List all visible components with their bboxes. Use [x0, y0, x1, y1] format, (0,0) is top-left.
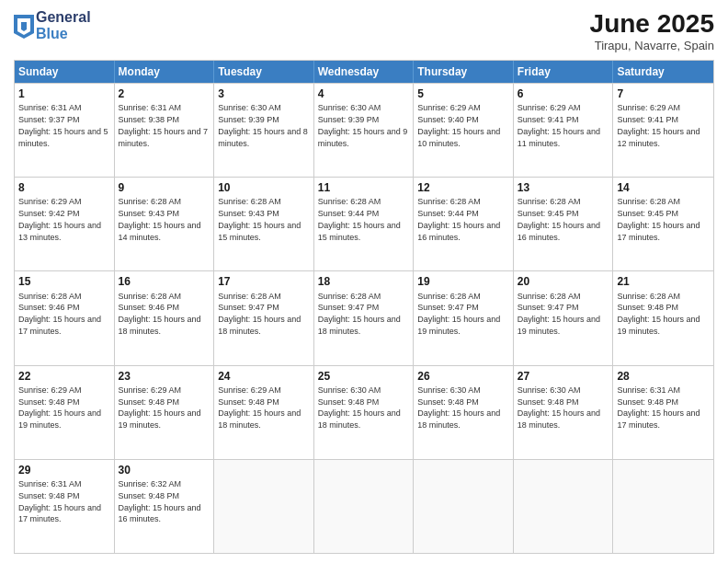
cell-info: Sunrise: 6:29 AMSunset: 9:41 PMDaylight:… [617, 103, 700, 147]
calendar-row-3: 15Sunrise: 6:28 AMSunset: 9:46 PMDayligh… [15, 270, 713, 364]
table-row: 26Sunrise: 6:30 AMSunset: 9:48 PMDayligh… [414, 366, 514, 459]
cell-info: Sunrise: 6:29 AMSunset: 9:40 PMDaylight:… [417, 103, 500, 147]
table-row [414, 460, 514, 553]
cell-info: Sunrise: 6:30 AMSunset: 9:48 PMDaylight:… [318, 385, 401, 430]
logo: General Blue [14, 9, 91, 41]
table-row: 13Sunrise: 6:28 AMSunset: 9:45 PMDayligh… [514, 178, 614, 270]
day-number: 10 [218, 180, 310, 195]
table-row: 15Sunrise: 6:28 AMSunset: 9:46 PMDayligh… [15, 271, 115, 364]
day-number: 12 [417, 180, 509, 195]
day-number: 6 [518, 86, 609, 101]
cell-info: Sunrise: 6:32 AMSunset: 9:48 PMDaylight:… [119, 479, 201, 523]
svg-marker-2 [21, 22, 27, 31]
day-number: 21 [617, 274, 710, 289]
cell-info: Sunrise: 6:28 AMSunset: 9:45 PMDaylight:… [617, 197, 700, 241]
calendar-row-4: 22Sunrise: 6:29 AMSunset: 9:48 PMDayligh… [15, 365, 713, 459]
cell-info: Sunrise: 6:28 AMSunset: 9:47 PMDaylight:… [218, 292, 301, 336]
table-row: 24Sunrise: 6:29 AMSunset: 9:48 PMDayligh… [214, 366, 314, 459]
header: General Blue June 2025 Tirapu, Navarre, … [14, 9, 714, 52]
logo-icon [14, 15, 32, 37]
location: Tirapu, Navarre, Spain [590, 39, 714, 52]
logo-text: General Blue [36, 9, 91, 41]
day-number: 27 [518, 369, 609, 384]
day-number: 9 [119, 180, 210, 195]
table-row: 25Sunrise: 6:30 AMSunset: 9:48 PMDayligh… [314, 366, 415, 459]
calendar-body: 1Sunrise: 6:31 AMSunset: 9:37 PMDaylight… [15, 83, 713, 553]
cell-info: Sunrise: 6:30 AMSunset: 9:48 PMDaylight:… [518, 385, 600, 430]
day-number: 8 [18, 180, 110, 195]
day-number: 30 [119, 463, 210, 477]
table-row: 1Sunrise: 6:31 AMSunset: 9:37 PMDaylight… [15, 84, 115, 177]
table-row: 18Sunrise: 6:28 AMSunset: 9:47 PMDayligh… [314, 271, 415, 364]
table-row: 30Sunrise: 6:32 AMSunset: 9:48 PMDayligh… [115, 460, 215, 553]
cell-info: Sunrise: 6:29 AMSunset: 9:48 PMDaylight:… [18, 385, 101, 430]
table-row: 29Sunrise: 6:31 AMSunset: 9:48 PMDayligh… [15, 460, 115, 553]
day-number: 5 [417, 86, 509, 101]
day-number: 29 [18, 463, 110, 477]
table-row: 9Sunrise: 6:28 AMSunset: 9:43 PMDaylight… [115, 178, 215, 270]
day-number: 13 [518, 180, 609, 195]
logo-blue-text: Blue [36, 26, 91, 42]
cell-info: Sunrise: 6:31 AMSunset: 9:48 PMDaylight:… [18, 479, 101, 523]
day-number: 4 [318, 86, 410, 101]
table-row: 22Sunrise: 6:29 AMSunset: 9:48 PMDayligh… [15, 366, 115, 459]
table-row: 28Sunrise: 6:31 AMSunset: 9:48 PMDayligh… [613, 366, 713, 459]
cell-info: Sunrise: 6:28 AMSunset: 9:44 PMDaylight:… [417, 197, 500, 241]
cell-info: Sunrise: 6:31 AMSunset: 9:38 PMDaylight:… [119, 103, 209, 147]
cell-info: Sunrise: 6:28 AMSunset: 9:47 PMDaylight:… [518, 292, 600, 336]
table-row: 17Sunrise: 6:28 AMSunset: 9:47 PMDayligh… [214, 271, 314, 364]
table-row [613, 460, 713, 553]
table-row: 6Sunrise: 6:29 AMSunset: 9:41 PMDaylight… [514, 84, 614, 177]
cell-info: Sunrise: 6:28 AMSunset: 9:46 PMDaylight:… [119, 292, 201, 336]
weekday-wednesday: Wednesday [314, 61, 415, 83]
calendar-header: Sunday Monday Tuesday Wednesday Thursday… [15, 61, 713, 83]
day-number: 17 [218, 274, 310, 289]
cell-info: Sunrise: 6:28 AMSunset: 9:48 PMDaylight:… [617, 292, 700, 336]
day-number: 15 [18, 274, 110, 289]
table-row: 5Sunrise: 6:29 AMSunset: 9:40 PMDaylight… [414, 84, 514, 177]
day-number: 28 [617, 369, 710, 384]
day-number: 22 [18, 369, 110, 384]
weekday-saturday: Saturday [613, 61, 713, 83]
table-row: 27Sunrise: 6:30 AMSunset: 9:48 PMDayligh… [514, 366, 614, 459]
weekday-thursday: Thursday [414, 61, 514, 83]
day-number: 11 [318, 180, 410, 195]
table-row: 23Sunrise: 6:29 AMSunset: 9:48 PMDayligh… [115, 366, 215, 459]
cell-info: Sunrise: 6:29 AMSunset: 9:48 PMDaylight:… [218, 385, 301, 430]
cell-info: Sunrise: 6:31 AMSunset: 9:37 PMDaylight:… [18, 103, 108, 147]
weekday-friday: Friday [514, 61, 614, 83]
day-number: 1 [18, 86, 110, 101]
day-number: 3 [218, 86, 310, 101]
cell-info: Sunrise: 6:29 AMSunset: 9:42 PMDaylight:… [18, 197, 101, 241]
weekday-monday: Monday [115, 61, 215, 83]
month-title: June 2025 [590, 9, 714, 39]
cell-info: Sunrise: 6:29 AMSunset: 9:48 PMDaylight:… [119, 385, 201, 430]
day-number: 14 [617, 180, 710, 195]
cell-info: Sunrise: 6:28 AMSunset: 9:47 PMDaylight:… [417, 292, 500, 336]
table-row: 7Sunrise: 6:29 AMSunset: 9:41 PMDaylight… [613, 84, 713, 177]
cell-info: Sunrise: 6:28 AMSunset: 9:47 PMDaylight:… [318, 292, 401, 336]
calendar-row-2: 8Sunrise: 6:29 AMSunset: 9:42 PMDaylight… [15, 177, 713, 270]
day-number: 2 [119, 86, 210, 101]
cell-info: Sunrise: 6:28 AMSunset: 9:43 PMDaylight:… [119, 197, 201, 241]
day-number: 20 [518, 274, 609, 289]
table-row: 19Sunrise: 6:28 AMSunset: 9:47 PMDayligh… [414, 271, 514, 364]
weekday-tuesday: Tuesday [214, 61, 314, 83]
table-row: 16Sunrise: 6:28 AMSunset: 9:46 PMDayligh… [115, 271, 215, 364]
cell-info: Sunrise: 6:28 AMSunset: 9:46 PMDaylight:… [18, 292, 101, 336]
day-number: 7 [617, 86, 710, 101]
table-row [514, 460, 614, 553]
table-row: 2Sunrise: 6:31 AMSunset: 9:38 PMDaylight… [115, 84, 215, 177]
day-number: 25 [318, 369, 410, 384]
cell-info: Sunrise: 6:30 AMSunset: 9:48 PMDaylight:… [417, 385, 500, 430]
cell-info: Sunrise: 6:28 AMSunset: 9:43 PMDaylight:… [218, 197, 301, 241]
cell-info: Sunrise: 6:29 AMSunset: 9:41 PMDaylight:… [518, 103, 600, 147]
calendar-row-5: 29Sunrise: 6:31 AMSunset: 9:48 PMDayligh… [15, 459, 713, 553]
day-number: 24 [218, 369, 310, 384]
table-row [214, 460, 314, 553]
day-number: 18 [318, 274, 410, 289]
table-row: 12Sunrise: 6:28 AMSunset: 9:44 PMDayligh… [414, 178, 514, 270]
logo-general-text: General [36, 9, 91, 26]
table-row: 21Sunrise: 6:28 AMSunset: 9:48 PMDayligh… [613, 271, 713, 364]
table-row: 11Sunrise: 6:28 AMSunset: 9:44 PMDayligh… [314, 178, 415, 270]
